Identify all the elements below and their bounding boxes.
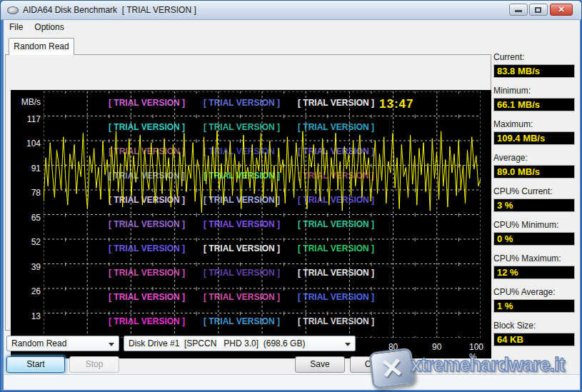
stat-value: 12 % — [493, 266, 575, 279]
app-window: AIDA64 Disk Benchmark [ TRIAL VERSION ] … — [0, 0, 582, 392]
stat-label: Average: — [493, 153, 575, 163]
stat-label: Block Size: — [493, 321, 575, 331]
minimize-icon — [515, 10, 522, 12]
stat-value: 109.4 MB/s — [493, 131, 575, 145]
stat-group: CPU% Average:1 % — [493, 287, 575, 313]
maximize-button[interactable] — [529, 4, 548, 16]
benchmark-type-select[interactable]: Random Read — [6, 336, 119, 351]
y-axis-labels: MB/s117104917865523926130 — [12, 90, 41, 358]
brand-x-icon: ✕ — [371, 351, 413, 386]
app-icon — [7, 6, 19, 14]
stat-label: CPU% Average: — [493, 287, 575, 297]
benchmark-type-value: Random Read — [11, 338, 66, 348]
menu-item-file[interactable]: File — [4, 20, 29, 34]
tab-random-read[interactable]: Random Read — [9, 38, 74, 55]
maximize-icon — [535, 7, 541, 13]
y-tick-label: 104 — [12, 139, 41, 149]
stat-value: 89.0 MB/s — [493, 165, 575, 179]
benchmark-time: 13:47 — [379, 97, 413, 111]
close-button[interactable]: ✕ — [550, 4, 573, 16]
save-button[interactable]: Save — [295, 356, 345, 373]
stat-group: Block Size:64 KB — [493, 321, 575, 346]
stat-value: 64 KB — [493, 333, 575, 346]
stat-value: 0 % — [493, 232, 575, 246]
stat-group: Average:89.0 MB/s — [493, 153, 575, 179]
client-area: FileOptions Random Read [ TRIAL VERSION … — [4, 20, 580, 390]
stat-label: Maximum: — [493, 119, 575, 129]
stat-group: Minimum:66.1 MB/s — [493, 86, 575, 111]
y-tick-label: 39 — [12, 262, 41, 272]
stat-group: CPU% Maximum:12 % — [493, 253, 575, 279]
stat-value: 66.1 MB/s — [493, 98, 575, 111]
y-tick-label: 91 — [12, 164, 41, 174]
brand-text: xtremehardware.it — [411, 354, 565, 376]
y-axis-unit: MB/s — [12, 97, 41, 107]
y-tick-label: 52 — [12, 237, 41, 247]
brand-logo-icon: ✕ — [368, 348, 416, 390]
stat-group: CPU% Minimum:0 % — [493, 220, 575, 246]
disk-drive-value: Disk Drive #1 [SPCCN PHD 3.0] (698.6 GB) — [129, 338, 305, 348]
stat-label: Current: — [493, 52, 575, 62]
brand-watermark: ✕ xtremehardware.it — [369, 346, 582, 390]
chevron-down-icon — [109, 343, 114, 346]
chevron-down-icon — [345, 343, 351, 346]
stat-label: CPU% Maximum: — [493, 253, 575, 263]
stop-button[interactable]: Stop — [69, 356, 119, 373]
stat-label: CPU% Current: — [493, 186, 575, 196]
stat-group: Maximum:109.4 MB/s — [493, 119, 575, 145]
benchmark-chart: [ TRIAL VERSION ][ TRIAL VERSION ][ TRIA… — [11, 90, 491, 358]
menu-item-options[interactable]: Options — [29, 20, 69, 34]
stat-label: CPU% Minimum: — [493, 220, 575, 230]
y-tick-label: 117 — [12, 114, 41, 124]
stat-value: 83.8 MB/s — [493, 64, 575, 78]
y-tick-label: 26 — [12, 286, 41, 296]
y-tick-label: 13 — [12, 311, 41, 321]
chart-plot — [44, 91, 481, 338]
minimize-button[interactable] — [509, 4, 528, 16]
stat-value: 3 % — [493, 198, 575, 212]
menu-bar: FileOptions — [4, 20, 580, 34]
disk-drive-select[interactable]: Disk Drive #1 [SPCCN PHD 3.0] (698.6 GB) — [124, 336, 356, 351]
tab-page: [ TRIAL VERSION ][ TRIAL VERSION ][ TRIA… — [5, 54, 491, 331]
y-tick-label: 65 — [12, 213, 41, 223]
window-title: AIDA64 Disk Benchmark [ TRIAL VERSION ] — [23, 5, 196, 15]
close-icon: ✕ — [551, 5, 572, 14]
stats-panel: Current:83.8 MB/sMinimum:66.1 MB/sMaximu… — [493, 52, 575, 354]
y-tick-label: 78 — [12, 188, 41, 198]
stat-label: Minimum: — [493, 86, 575, 96]
start-button[interactable]: Start — [6, 356, 65, 373]
stat-value: 1 % — [493, 299, 575, 313]
stat-group: Current:83.8 MB/s — [493, 52, 575, 78]
stat-group: CPU% Current:3 % — [493, 186, 575, 212]
title-bar[interactable]: AIDA64 Disk Benchmark [ TRIAL VERSION ] … — [1, 1, 581, 20]
